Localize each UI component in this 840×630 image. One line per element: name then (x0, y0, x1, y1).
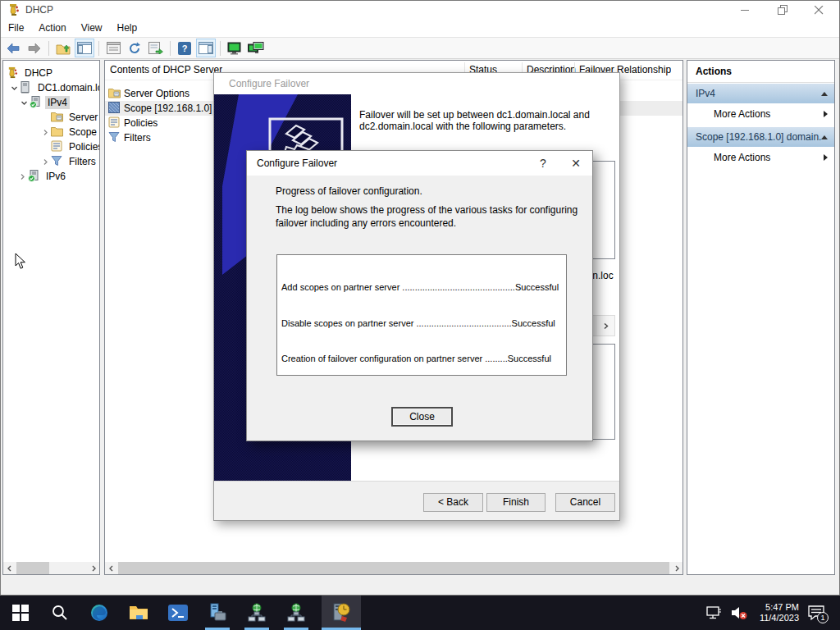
close-icon[interactable]: ✕ (559, 151, 592, 176)
edge-browser-button[interactable] (80, 596, 118, 630)
collapse-arrow-icon[interactable] (821, 92, 828, 96)
scroll-right-icon[interactable] (670, 562, 682, 574)
powershell-button[interactable] (159, 596, 197, 630)
toolbar-separator (220, 41, 221, 56)
network-tool-button[interactable] (238, 596, 276, 630)
menu-bar: File Action View Help (1, 19, 839, 37)
refresh-button[interactable] (125, 39, 144, 57)
properties-button[interactable] (103, 39, 123, 57)
start-button[interactable] (2, 596, 39, 630)
tree-item-ipv4[interactable]: IPv4 (3, 95, 99, 110)
wizard-button-row: < Back Finish Cancel (214, 481, 619, 520)
volume-muted-icon[interactable] (730, 605, 748, 620)
help-button[interactable]: ? (527, 151, 559, 176)
folder-icon (51, 126, 64, 139)
minimize-button[interactable] (727, 1, 764, 19)
actions-item-label: More Actions (714, 108, 824, 120)
export-list-button[interactable] (146, 39, 166, 57)
toolbar-separator (48, 41, 49, 56)
failover-progress-dialog: Configure Failover ? ✕ Progress of failo… (246, 150, 593, 441)
list-item-label: Filters (124, 132, 151, 144)
dhcp-app-icon (7, 3, 21, 16)
tree-item-policies[interactable]: Policies (3, 139, 99, 154)
actions-group-ipv4[interactable]: IPv4 (687, 83, 834, 103)
tree-item-server[interactable]: DC1.domain.local (3, 80, 99, 95)
remote-server-button[interactable] (225, 39, 244, 57)
network-tool-button[interactable] (277, 596, 315, 630)
dialog-title: Configure Failover (257, 158, 337, 169)
tree-item-label: DHCP (22, 66, 55, 80)
svg-text:?: ? (182, 43, 188, 53)
chevron-expanded-icon[interactable] (18, 99, 30, 107)
log-line: Creation of failover configuration on pa… (281, 353, 562, 365)
menu-file[interactable]: File (1, 20, 31, 36)
list-horizontal-scrollbar[interactable] (105, 562, 682, 574)
taskbar: 5:47 PM 11/4/2023 1 (0, 596, 840, 630)
actions-group-label: IPv4 (696, 88, 821, 99)
collapse-arrow-icon[interactable] (821, 135, 828, 139)
tree-item-label: Scope [192.168.1.0] domain.local (66, 126, 100, 139)
close-button[interactable] (801, 1, 838, 19)
tree-item-ipv6[interactable]: IPv6 (3, 169, 99, 184)
tray-time: 5:47 PM (760, 602, 799, 613)
scrollbar-thumb[interactable] (16, 562, 49, 574)
network-tray-icon[interactable] (705, 605, 722, 620)
dhcp-console-taskbar-button[interactable] (322, 596, 361, 630)
forward-button[interactable] (25, 39, 44, 57)
action-center-icon[interactable]: 1 (807, 605, 825, 621)
chevron-collapsed-icon[interactable] (39, 129, 51, 136)
tree-item-server-options[interactable]: Server Options (3, 110, 99, 125)
file-explorer-button[interactable] (120, 596, 158, 630)
actions-item-more-actions-scope[interactable]: More Actions (687, 147, 834, 168)
menu-help[interactable]: Help (110, 20, 145, 36)
log-line: Add scopes on partner server ...........… (281, 281, 562, 294)
server-manager-button[interactable] (199, 596, 236, 630)
tree-item-dhcp-root[interactable]: DHCP (3, 66, 99, 80)
tree-horizontal-scrollbar[interactable] (3, 562, 99, 574)
filter-funnel-icon (108, 131, 121, 144)
menu-action[interactable]: Action (31, 20, 73, 36)
menu-view[interactable]: View (74, 20, 110, 36)
search-button[interactable] (41, 596, 79, 630)
wizard-intro-text: Failover will be set up between dc1.doma… (359, 109, 615, 132)
chevron-collapsed-icon[interactable] (16, 173, 28, 180)
log-line: Disable scopes on partner server .......… (281, 317, 562, 330)
back-button[interactable]: < Back (423, 493, 483, 512)
window-titlebar: DHCP (1, 1, 839, 19)
up-one-level-button[interactable] (53, 39, 73, 57)
failover-log-box[interactable]: Add scopes on partner server ...........… (276, 254, 567, 376)
scrollbar-thumb[interactable] (118, 562, 669, 574)
screen: DHCP File Action View Help ? (0, 0, 840, 630)
tree-item-label-selected: IPv4 (45, 96, 70, 109)
back-button[interactable] (3, 39, 23, 57)
scroll-right-icon[interactable] (597, 316, 614, 336)
help-button[interactable]: ? (175, 39, 194, 57)
actions-item-more-actions-ipv4[interactable]: More Actions (687, 103, 834, 125)
show-console-tree-button[interactable] (75, 39, 94, 57)
tray-clock[interactable]: 5:47 PM 11/4/2023 (760, 602, 799, 623)
window-title: DHCP (25, 4, 53, 16)
actions-group-scope[interactable]: Scope [192.168.1.0] domain... (687, 126, 834, 147)
restore-button[interactable] (764, 1, 801, 19)
cancel-button[interactable]: Cancel (555, 493, 615, 512)
close-button[interactable]: Close (391, 407, 453, 427)
chevron-expanded-icon[interactable] (8, 84, 20, 92)
network-servers-button[interactable] (246, 39, 266, 57)
tree-item-filters[interactable]: Filters (3, 154, 99, 169)
scroll-left-icon[interactable] (3, 562, 16, 574)
ipv6-server-check-icon (28, 170, 41, 183)
finish-button[interactable]: Finish (486, 493, 546, 512)
scroll-left-icon[interactable] (105, 562, 117, 574)
toolbar: ? (1, 37, 839, 59)
actions-group-label: Scope [192.168.1.0] domain... (696, 131, 821, 143)
tree-item-label: DC1.domain.local (35, 81, 100, 94)
scroll-right-icon[interactable] (87, 562, 99, 574)
list-item-label: Server Options (124, 88, 189, 99)
folder-options-icon (108, 87, 121, 100)
wizard-titlebar: Configure Failover (214, 73, 619, 94)
server-icon (20, 81, 33, 94)
show-action-pane-button[interactable] (196, 39, 216, 57)
column-name[interactable]: Contents of DHCP Server (110, 64, 222, 75)
chevron-collapsed-icon[interactable] (39, 158, 51, 166)
tree-item-scope[interactable]: Scope [192.168.1.0] domain.local (3, 125, 99, 139)
